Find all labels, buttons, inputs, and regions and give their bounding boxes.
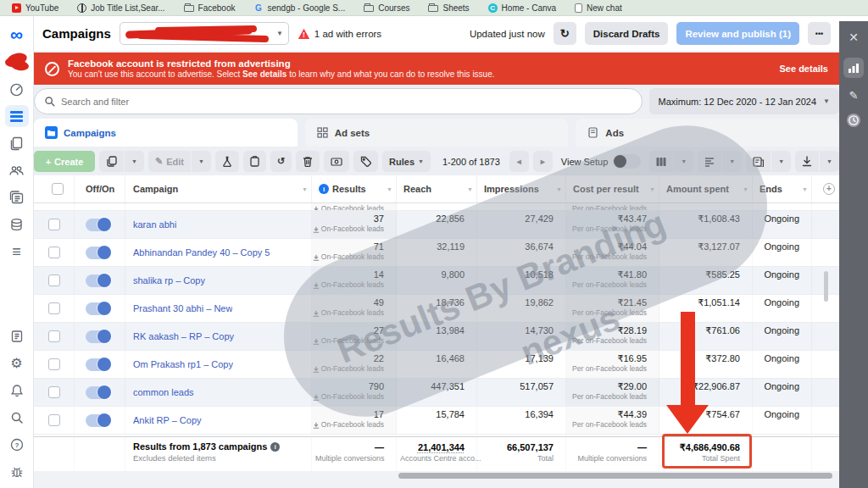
campaign-name-link[interactable]: common leads: [133, 387, 194, 397]
col-results[interactable]: iResults▼: [312, 175, 397, 202]
col-off-on[interactable]: Off/On: [75, 175, 125, 202]
pages-icon[interactable]: [5, 132, 29, 154]
row-checkbox[interactable]: [48, 274, 60, 286]
campaign-on-toggle[interactable]: [86, 274, 111, 287]
bookmark-item[interactable]: Job Title List,Sear...: [77, 3, 164, 13]
campaign-on-toggle[interactable]: [86, 219, 111, 231]
col-campaign[interactable]: Campaign▼: [125, 175, 312, 202]
history-icon[interactable]: [846, 113, 861, 128]
col-impressions[interactable]: Impressions▼: [477, 175, 566, 202]
billing-icon[interactable]: [5, 214, 29, 236]
bookmark-item[interactable]: Sheets: [428, 3, 469, 13]
events-icon[interactable]: [5, 325, 29, 347]
bookmark-item[interactable]: G sendgb - Google S...: [253, 3, 345, 13]
campaign-on-toggle[interactable]: [86, 302, 111, 315]
ad-account-avatar[interactable]: [5, 51, 29, 73]
refresh-button[interactable]: ↻: [554, 22, 576, 45]
row-checkbox[interactable]: [48, 414, 60, 426]
edit-button[interactable]: ✎ Edit: [148, 151, 191, 172]
row-checkbox[interactable]: [48, 219, 60, 230]
tab-campaigns[interactable]: Campaigns: [34, 119, 298, 147]
view-setup-toggle[interactable]: View Setup: [557, 154, 645, 169]
columns-button[interactable]: [649, 151, 673, 172]
help-icon[interactable]: ?: [5, 434, 29, 456]
create-button[interactable]: + Create: [34, 151, 95, 172]
columns-dropdown[interactable]: ▼: [674, 151, 693, 172]
ad-errors-badge[interactable]: ! 1 ad with errors: [298, 28, 381, 40]
search-icon[interactable]: [5, 407, 29, 429]
audiences-icon[interactable]: [5, 159, 29, 181]
reports-dropdown[interactable]: ▼: [771, 151, 791, 172]
campaign-on-toggle[interactable]: [86, 386, 111, 399]
horizontal-scrollbar[interactable]: [398, 473, 832, 479]
row-checkbox[interactable]: [48, 330, 60, 342]
undo-button[interactable]: ↺: [270, 151, 292, 172]
col-reach[interactable]: Reach▼: [397, 175, 477, 202]
close-icon[interactable]: ✕: [849, 28, 859, 47]
campaign-on-toggle[interactable]: [86, 358, 111, 371]
bookmark-item[interactable]: YouTube: [12, 3, 58, 13]
row-checkbox[interactable]: [48, 302, 60, 314]
charts-icon[interactable]: [843, 58, 864, 78]
search-input[interactable]: [61, 97, 632, 107]
ab-test-button[interactable]: [215, 151, 239, 172]
pin-button[interactable]: [243, 151, 266, 172]
notifications-icon[interactable]: [5, 380, 29, 402]
duplicate-button[interactable]: [99, 151, 124, 172]
row-checkbox[interactable]: [48, 247, 60, 258]
discard-drafts-button[interactable]: Discard Drafts: [585, 22, 669, 45]
campaign-name-link[interactable]: karan abhi: [133, 219, 176, 230]
campaign-name-link[interactable]: Om Prakash rp1 – Copy: [133, 359, 233, 369]
campaigns-icon[interactable]: [5, 105, 29, 127]
campaign-on-toggle[interactable]: [86, 330, 111, 343]
row-checkbox[interactable]: [48, 358, 60, 370]
breakdown-button[interactable]: [698, 151, 721, 172]
campaign-on-toggle[interactable]: [86, 414, 111, 427]
search-filter-box[interactable]: [34, 88, 643, 114]
bug-report-icon[interactable]: [5, 461, 29, 483]
bookmark-item[interactable]: Facebook: [184, 3, 236, 13]
cost-per-result-value: ₹44.04: [570, 241, 647, 252]
campaign-name-link[interactable]: Ankit RP – Copy: [133, 415, 202, 425]
more-options-button[interactable]: •••: [808, 22, 831, 45]
account-selector-dropdown[interactable]: ▼: [120, 22, 289, 45]
row-checkbox[interactable]: [48, 386, 60, 398]
bookmark-item[interactable]: C Home - Canva: [488, 3, 556, 13]
campaign-name-link[interactable]: Prashant 30 abhi – New: [133, 303, 232, 313]
delete-button[interactable]: [296, 151, 320, 172]
spend-limit-button[interactable]: [324, 151, 349, 172]
duplicate-dropdown[interactable]: ▼: [125, 151, 144, 172]
campaign-name-link[interactable]: shalika rp – Copy: [133, 275, 205, 286]
col-cost-per-result[interactable]: Cost per result▼: [566, 175, 659, 202]
col-amount-spent[interactable]: Amount spent▼: [659, 175, 753, 202]
tag-button[interactable]: [353, 151, 378, 172]
tab-ad-sets[interactable]: Ad sets: [305, 119, 569, 147]
campaign-on-toggle[interactable]: [86, 247, 111, 259]
tab-ads[interactable]: Ads: [576, 119, 839, 147]
date-range-selector[interactable]: Maximum: 12 Dec 2020 - 12 Jan 2024 ▼: [649, 88, 839, 114]
prev-page-button[interactable]: ◂: [509, 151, 529, 172]
add-column-button[interactable]: +: [812, 175, 839, 202]
review-publish-button[interactable]: Review and publish (1): [676, 22, 799, 45]
campaign-name-link[interactable]: Abhinandan Pandey 40 – Copy 5: [133, 247, 270, 258]
edit-icon[interactable]: ✎: [849, 89, 859, 102]
breakdown-dropdown[interactable]: ▼: [722, 151, 742, 172]
edit-dropdown[interactable]: ▼: [192, 151, 211, 172]
export-button[interactable]: [795, 151, 819, 172]
export-dropdown[interactable]: ▼: [820, 151, 839, 172]
ads-reporting-icon[interactable]: [5, 186, 29, 208]
menu-icon[interactable]: ≡: [5, 241, 29, 263]
bookmark-item[interactable]: Courses: [364, 3, 409, 13]
select-all-checkbox[interactable]: [52, 183, 64, 195]
campaign-name-link[interactable]: RK aakash – RP – Copy: [133, 331, 234, 341]
rules-dropdown[interactable]: Rules ▼: [382, 151, 431, 172]
col-ends[interactable]: Ends▼: [753, 175, 812, 202]
overview-icon[interactable]: [5, 78, 29, 100]
vertical-scrollbar[interactable]: [824, 271, 828, 302]
results-value: 27: [315, 325, 384, 336]
bookmark-item[interactable]: New chat: [575, 3, 622, 13]
reports-button[interactable]: [746, 151, 771, 172]
next-page-button[interactable]: ▸: [533, 151, 553, 172]
settings-icon[interactable]: ⚙: [5, 352, 29, 374]
see-details-link[interactable]: See details: [780, 64, 828, 74]
